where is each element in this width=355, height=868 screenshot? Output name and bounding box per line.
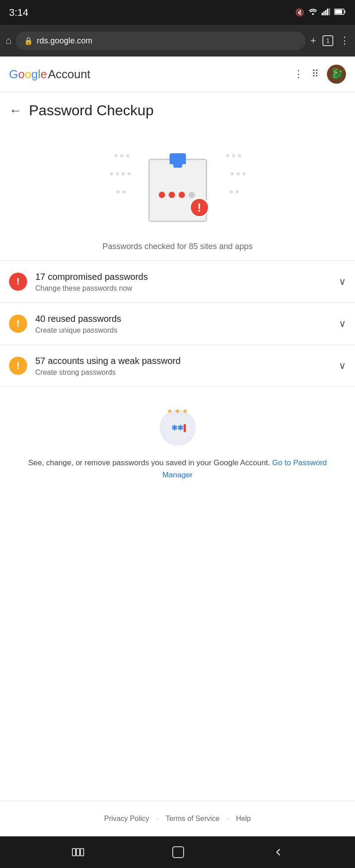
deco-dot bbox=[231, 172, 234, 175]
star-right: ★ bbox=[182, 407, 188, 415]
dot-3 bbox=[179, 192, 185, 198]
spacer bbox=[0, 495, 355, 801]
deco-dot bbox=[236, 190, 239, 193]
status-icons: 🔇 bbox=[295, 8, 346, 17]
wifi-icon bbox=[308, 8, 318, 17]
stars-decoration: ★ ★ ★ bbox=[167, 407, 188, 415]
password-dots bbox=[159, 192, 195, 198]
lock-icon: 🔒 bbox=[24, 37, 33, 45]
checked-summary: Passwords checked for 85 sites and apps bbox=[102, 242, 252, 251]
footer-separator-1: · bbox=[156, 815, 158, 823]
url-bar[interactable]: 🔒 rds.google.com bbox=[16, 32, 306, 50]
deco-dot bbox=[126, 154, 129, 157]
clipboard-illustration: ! bbox=[148, 150, 207, 222]
more-options-icon[interactable]: ⋮ bbox=[340, 35, 350, 47]
weak-icon: ! bbox=[9, 357, 27, 375]
reused-icon: ! bbox=[9, 315, 27, 333]
bottom-nav-bar bbox=[0, 836, 355, 868]
logo-g: G bbox=[9, 67, 18, 81]
nav-home-button[interactable] bbox=[172, 846, 184, 858]
password-manager-icon: ★ ★ ★ ✱✱ bbox=[160, 410, 196, 446]
mute-icon: 🔇 bbox=[295, 8, 304, 17]
password-manager-section: ★ ★ ★ ✱✱ See, change, or remove password… bbox=[0, 387, 355, 495]
more-menu-icon[interactable]: ⋮ bbox=[293, 68, 303, 80]
google-logo: G o o g l e Account bbox=[9, 67, 90, 81]
chevron-down-icon: ∨ bbox=[339, 276, 346, 288]
home-icon[interactable]: ⌂ bbox=[5, 35, 11, 47]
dot-2 bbox=[169, 192, 175, 198]
svg-rect-4 bbox=[327, 9, 328, 15]
logo-o1: o bbox=[18, 67, 24, 81]
svg-text:✱✱: ✱✱ bbox=[171, 424, 184, 432]
weak-passwords-row[interactable]: ! 57 accounts using a weak password Crea… bbox=[0, 345, 355, 387]
reused-title: 40 reused passwords bbox=[35, 313, 333, 325]
svg-point-0 bbox=[312, 13, 314, 15]
svg-rect-7 bbox=[335, 9, 342, 14]
logo-g2: g bbox=[31, 67, 38, 81]
pw-manager-description: See, change, or remove passwords you sav… bbox=[18, 457, 337, 481]
deco-dot bbox=[123, 190, 126, 193]
terms-of-service-link[interactable]: Terms of Service bbox=[166, 815, 219, 823]
account-text: Account bbox=[48, 67, 90, 81]
pw-shield-svg: ✱✱ bbox=[164, 414, 191, 441]
pw-manager-text: See, change, or remove passwords you sav… bbox=[28, 458, 270, 467]
browser-bar: ⌂ 🔒 rds.google.com + 1 ⋮ bbox=[0, 25, 355, 57]
compromised-title: 17 compromised passwords bbox=[35, 271, 333, 283]
svg-rect-2 bbox=[323, 11, 325, 15]
hero-area: ! Passwords checked for 85 sites and app… bbox=[0, 127, 355, 260]
logo-e: e bbox=[40, 67, 47, 81]
logo-o2: o bbox=[25, 67, 31, 81]
add-tab-icon[interactable]: + bbox=[310, 35, 316, 47]
nav-back-button[interactable] bbox=[273, 847, 284, 858]
nav-recents-button[interactable] bbox=[71, 847, 84, 858]
svg-rect-16 bbox=[80, 849, 84, 856]
privacy-policy-link[interactable]: Privacy Policy bbox=[104, 815, 149, 823]
deco-dot bbox=[230, 190, 233, 193]
page-title: Password Checkup bbox=[29, 102, 154, 119]
deco-dot bbox=[120, 154, 123, 157]
url-text: rds.google.com bbox=[37, 36, 92, 46]
status-time: 3:14 bbox=[9, 7, 28, 19]
compromised-icon: ! bbox=[9, 273, 27, 291]
clipboard-clip bbox=[170, 153, 186, 164]
signal-icon bbox=[322, 8, 331, 17]
deco-dot bbox=[122, 172, 125, 175]
apps-grid-icon[interactable]: ⠿ bbox=[312, 68, 319, 80]
deco-dot bbox=[117, 190, 120, 193]
svg-rect-13 bbox=[184, 424, 186, 432]
avatar[interactable]: 🐉 bbox=[327, 65, 346, 84]
deco-dot bbox=[232, 154, 235, 157]
svg-rect-14 bbox=[72, 849, 76, 856]
tab-count[interactable]: 1 bbox=[322, 35, 333, 46]
footer: Privacy Policy · Terms of Service · Help bbox=[0, 801, 355, 836]
deco-dot bbox=[114, 154, 118, 157]
google-account-header: G o o g l e Account ⋮ ⠿ 🐉 bbox=[0, 57, 355, 92]
svg-rect-8 bbox=[344, 10, 346, 13]
dot-1 bbox=[159, 192, 165, 198]
weak-content: 57 accounts using a weak password Create… bbox=[35, 355, 333, 377]
reused-content: 40 reused passwords Create unique passwo… bbox=[35, 313, 333, 335]
deco-dot bbox=[237, 172, 240, 175]
svg-text:🐉: 🐉 bbox=[331, 67, 343, 80]
header-icons: ⋮ ⠿ 🐉 bbox=[293, 65, 346, 84]
status-bar: 3:14 🔇 bbox=[0, 0, 355, 25]
deco-dot bbox=[238, 154, 241, 157]
deco-dot bbox=[242, 172, 246, 175]
battery-icon bbox=[334, 9, 346, 17]
help-link[interactable]: Help bbox=[236, 815, 251, 823]
svg-rect-5 bbox=[329, 8, 330, 15]
star-left: ★ bbox=[167, 407, 173, 415]
chevron-down-icon: ∨ bbox=[339, 360, 346, 372]
hero-illustration: ! bbox=[110, 141, 246, 231]
back-button[interactable]: ← bbox=[9, 104, 22, 118]
chevron-down-icon: ∨ bbox=[339, 318, 346, 330]
browser-actions: + 1 ⋮ bbox=[310, 35, 350, 47]
reused-passwords-row[interactable]: ! 40 reused passwords Create unique pass… bbox=[0, 303, 355, 345]
star-mid: ★ bbox=[175, 407, 180, 415]
compromised-passwords-row[interactable]: ! 17 compromised passwords Change these … bbox=[0, 261, 355, 303]
footer-separator-2: · bbox=[227, 815, 228, 823]
compromised-subtitle: Change these passwords now bbox=[35, 284, 333, 292]
reused-subtitle: Create unique passwords bbox=[35, 326, 333, 335]
deco-dot bbox=[226, 154, 229, 157]
deco-dot bbox=[110, 172, 113, 175]
